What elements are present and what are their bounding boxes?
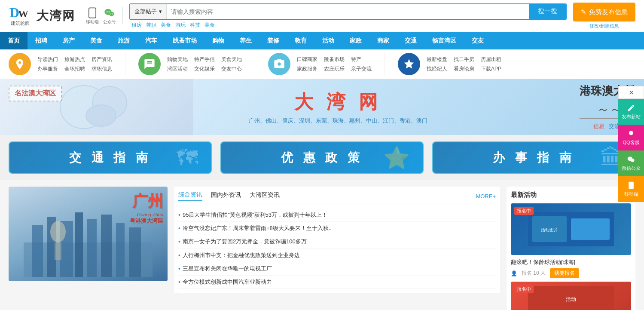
- cat-link-second-hand[interactable]: 找二手房: [454, 56, 474, 63]
- nav-item-renovation[interactable]: 装修: [259, 32, 287, 49]
- cat-group-4: 最新楼盘 找二手房 房屋出租 找经纪人 看房论房 下载APP: [398, 53, 501, 75]
- star-icon-cat: [398, 53, 420, 75]
- cat-link-social[interactable]: 交友中心: [221, 65, 242, 73]
- cat-link-job-seek[interactable]: 求职信息: [92, 65, 112, 73]
- news-text-3[interactable]: 南京一女子为了要回2万元押金，竟被诈骗100多万: [183, 238, 307, 246]
- cat-link-rent[interactable]: 房屋出租: [481, 56, 501, 63]
- news-item-6: • 全方位模式创新成中国汽车业新动力: [178, 276, 496, 289]
- quick-btn-guide[interactable]: 办 事 指 南 🏛: [432, 141, 635, 174]
- news-dot-2: •: [178, 225, 180, 232]
- cat-link-realestate[interactable]: 房产资讯: [92, 56, 112, 63]
- banner-title: 大 湾 网: [193, 89, 483, 115]
- search-tag-6[interactable]: 美食: [204, 21, 215, 29]
- guangzhou-en: Guang Zhou: [130, 212, 163, 217]
- activity-title-1[interactable]: 翻滚吧！保龄球活动[珠海]: [511, 258, 631, 266]
- nav-item-housekeeping[interactable]: 家政: [342, 32, 369, 49]
- news-text-2[interactable]: 冷空气没忘记广东！周末带着雷雨+8级大风要来！至于入秋..: [183, 224, 332, 232]
- wechat-icon-item[interactable]: 公众号: [103, 7, 116, 25]
- nav-item-merchants[interactable]: 商家: [369, 32, 397, 49]
- svg-rect-24: [55, 242, 61, 260]
- news-text-1[interactable]: 95后大学生情侣拍"黄色视频"获利53万，或被判十年以上！: [183, 211, 327, 219]
- nav-item-education[interactable]: 教育: [287, 32, 314, 49]
- quick-btn-policy[interactable]: 优 惠 政 策 ⭐: [220, 141, 424, 174]
- cat-link-food-world[interactable]: 美食天地: [221, 56, 242, 63]
- banner-tag-info[interactable]: 信息: [593, 123, 604, 130]
- map-icon-btn: 🗺: [177, 145, 198, 170]
- news-dot-5: •: [178, 265, 180, 272]
- cat-link-new-building[interactable]: 最新楼盘: [427, 56, 447, 63]
- search-input[interactable]: [167, 4, 529, 19]
- modify-delete-link[interactable]: 修改/删除信息: [589, 23, 619, 29]
- cat-link-merchant[interactable]: 口碑商家: [297, 56, 317, 63]
- float-close-btn[interactable]: ✕: [618, 86, 644, 99]
- svg-point-23: [50, 221, 66, 242]
- cat-link-hot[interactable]: 导读热门: [37, 56, 58, 63]
- signup-button-1[interactable]: 我要报名: [550, 268, 579, 278]
- cat-link-culture[interactable]: 文化娱乐: [194, 65, 215, 73]
- tab-domestic-foreign[interactable]: 国内外资讯: [211, 191, 241, 201]
- nav-item-bay-area[interactable]: 畅言湾区: [424, 32, 464, 49]
- search-tag-2[interactable]: 兼职: [146, 21, 156, 29]
- cat-link-house-forum[interactable]: 看房论房: [454, 65, 474, 73]
- news-list: • 95后大学生情侣拍"黄色视频"获利53万，或被判十年以上！ • 冷空气没忘记…: [178, 209, 496, 289]
- svg-point-8: [109, 12, 114, 16]
- nav-item-real-estate[interactable]: 房产: [55, 32, 82, 49]
- cat-link-bay-activity[interactable]: 湾区活动: [167, 65, 188, 73]
- mobile-icon-item[interactable]: 移动端: [86, 7, 99, 25]
- nav-item-social[interactable]: 交友: [464, 32, 491, 49]
- news-text-6[interactable]: 全方位模式创新成中国汽车业新动力: [183, 278, 272, 286]
- search-button[interactable]: 搜一搜: [529, 4, 566, 19]
- news-dot-1: •: [178, 212, 180, 218]
- svg-point-10: [112, 13, 113, 14]
- cat-link-housekeep[interactable]: 家政服务: [297, 65, 317, 73]
- quick-btn-traffic[interactable]: 交 通 指 南 🗺: [9, 141, 212, 174]
- cat-link-agent[interactable]: 找经纪人: [427, 65, 447, 73]
- search-tag-4[interactable]: 游玩: [175, 21, 186, 29]
- news-item-4: • 人行梅州市中支：把金融优惠政策送到企业身边: [178, 249, 496, 262]
- cat-link-shopping[interactable]: 购物天地: [167, 56, 188, 63]
- nav-item-wellness[interactable]: 养生: [232, 32, 259, 49]
- cat-link-flea[interactable]: 跳蚤市场: [324, 56, 345, 63]
- cat-link-farm[interactable]: 农庄玩乐: [324, 65, 345, 73]
- search-tag-5[interactable]: 科技: [190, 21, 200, 29]
- news-more-link[interactable]: MORE+: [476, 193, 496, 200]
- float-wechat-btn[interactable]: 微信公众: [618, 150, 644, 176]
- nav-item-home[interactable]: 首页: [0, 32, 27, 49]
- search-tag-3[interactable]: 美食: [161, 21, 171, 29]
- news-text-4[interactable]: 人行梅州市中支：把金融优惠政策送到企业身边: [183, 252, 300, 259]
- float-post-btn[interactable]: 发布新帖: [618, 99, 644, 125]
- nav-item-cars[interactable]: 汽车: [137, 32, 165, 49]
- nav-item-flea-market[interactable]: 跳蚤市场: [165, 32, 204, 49]
- nav-item-jobs[interactable]: 招聘: [27, 32, 55, 49]
- tab-bay-area-news[interactable]: 大湾区资讯: [250, 191, 280, 201]
- nav-item-shopping[interactable]: 购物: [204, 32, 232, 49]
- logo: D W 建筑轮廓 大湾网: [9, 4, 75, 28]
- chevron-down-icon: ▾: [159, 8, 162, 15]
- float-qq-btn[interactable]: QQ客服: [618, 125, 644, 150]
- cat-link-service[interactable]: 办事服务: [37, 65, 58, 73]
- nav-item-activities[interactable]: 活动: [314, 32, 342, 49]
- news-dot-4: •: [178, 252, 180, 259]
- cat-link-download-app[interactable]: 下载APP: [481, 65, 501, 73]
- publish-button[interactable]: ✎ 免费发布信息: [573, 3, 635, 21]
- nav-item-traffic[interactable]: 交通: [397, 32, 424, 49]
- nav-item-travel[interactable]: 旅游: [110, 32, 137, 49]
- cat-link-fulltime[interactable]: 全职招聘: [64, 65, 85, 73]
- nav-item-food[interactable]: 美食: [82, 32, 110, 49]
- cat-link-specialty[interactable]: 特产手信: [194, 56, 215, 63]
- tab-general[interactable]: 综合资讯: [178, 191, 202, 201]
- cat-link-special-product[interactable]: 特产: [351, 56, 361, 63]
- search-tag-1[interactable]: 租房: [131, 21, 142, 29]
- svg-point-35: [631, 159, 634, 162]
- cat-link-travel-hot[interactable]: 旅游热点: [64, 56, 85, 63]
- search-category-dropdown[interactable]: 全部帖子 ▾: [130, 4, 167, 19]
- activity-badge-2: 报名中: [514, 285, 534, 293]
- float-mobile-btn[interactable]: 移动端: [618, 176, 644, 202]
- activity-image-2: 报名中 活动: [511, 282, 631, 310]
- banner-subtitle: 广州、佛山、肇庆、深圳、东莞、珠海、惠州、中山、江门、香港、澳门: [193, 117, 483, 125]
- svg-rect-18: [75, 212, 83, 277]
- news-text-5[interactable]: 三星宣布将关闭在华唯一的电视工厂: [183, 265, 272, 273]
- activity-panel: 最新活动 报名中 活动图片 翻滚吧！保龄球活动[珠海] 👤 报名 10 人 我要…: [507, 187, 635, 310]
- news-item-3: • 南京一女子为了要回2万元押金，竟被诈骗100多万: [178, 235, 496, 249]
- cat-link-kids[interactable]: 亲子交流: [351, 65, 372, 73]
